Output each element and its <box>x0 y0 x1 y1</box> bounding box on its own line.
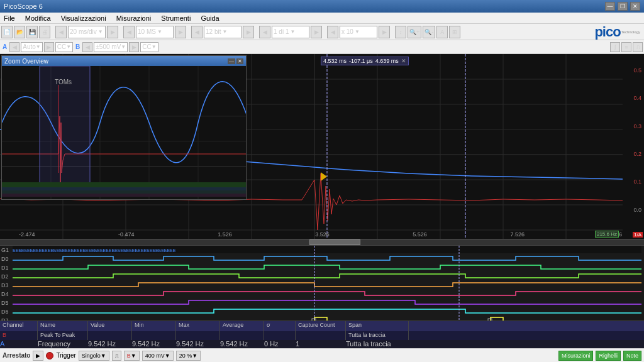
righelli-button[interactable]: Righelli <box>596 351 621 361</box>
misurazioni-button[interactable]: Misurazioni <box>558 351 594 361</box>
ch-a-next[interactable]: ▶ <box>44 42 54 52</box>
close-button[interactable]: ✕ <box>630 2 640 11</box>
menu-visualizzazioni[interactable]: Visualizzazioni <box>60 14 108 22</box>
menu-file[interactable]: File <box>3 14 16 22</box>
scroll-thumb[interactable] <box>309 239 361 245</box>
menu-guida[interactable]: Guida <box>199 14 220 22</box>
fit-view[interactable]: ⊞ <box>449 26 460 38</box>
volt-04: 0.4 <box>633 95 641 101</box>
cursor2-value: -107.1 μs <box>349 58 373 64</box>
meas-b-span: Tutta la traccia <box>346 331 409 340</box>
voltage-scale: 0.5 0.4 0.3 0.2 0.1 0.0 <box>624 54 643 226</box>
col-name: Name <box>38 321 88 331</box>
zoom-out[interactable]: 🔍- <box>423 26 435 38</box>
next-capture[interactable]: ▶ <box>311 26 322 38</box>
note-button[interactable]: Note <box>623 351 641 361</box>
prev-capture[interactable]: ◀ <box>259 26 270 38</box>
new-button[interactable]: 📄 <box>1 26 13 38</box>
zoom-percent[interactable]: 20 % ▼ <box>176 351 201 361</box>
ch-b-range[interactable]: ±500 mV ▼ <box>94 42 128 52</box>
col-sigma: σ <box>264 321 296 331</box>
next-zoom[interactable]: ▶ <box>379 26 390 38</box>
main-toolbar: 📄 📂 💾 🖨 ◀ 20 ms/div ▼ ▶ ◀ 10 MS ▼ ▶ ◀ 12… <box>0 24 644 40</box>
trigger-channel[interactable]: B ▼ <box>124 351 140 361</box>
main-area: -2.474 -0.474 1.526 3.526 5.526 7.526 9.… <box>0 54 644 362</box>
prev-timebase[interactable]: ◀ <box>55 26 67 38</box>
meas-a-max: 9.542 Hz <box>176 340 220 348</box>
zoom-waveform <box>2 66 246 199</box>
capture-dropdown[interactable]: 1 di 1 ▼ <box>272 26 309 38</box>
ch-b-coupling[interactable]: CC ▼ <box>140 42 158 52</box>
col-average: Average <box>220 321 264 331</box>
meas-a-name: Frequency <box>38 340 88 348</box>
bits-dropdown[interactable]: 12 bit ▼ <box>204 26 242 38</box>
ch-a-auto[interactable]: Auto ▼ <box>21 42 43 52</box>
auto-scale[interactable]: A <box>436 26 448 38</box>
meas-row-b: B Peak To Peak Tutta la traccia <box>0 331 644 340</box>
ch-a-prev[interactable]: ◀ <box>9 42 19 52</box>
zoom-minimize[interactable]: — <box>228 58 235 64</box>
menu-misurazioni[interactable]: Misurazioni <box>115 14 153 22</box>
minimize-button[interactable]: — <box>605 2 615 11</box>
meas-row-a: A Frequency 9.542 Hz 9.542 Hz 9.542 Hz 9… <box>0 340 644 348</box>
zoom-mult-dropdown[interactable]: x 10 ▼ <box>340 26 377 38</box>
col-count: Capture Count <box>296 321 346 331</box>
svg-rect-38 <box>312 319 316 321</box>
zoom-in[interactable]: 🔍+ <box>408 26 421 38</box>
svg-rect-39 <box>488 319 492 321</box>
print-button[interactable]: 🖨 <box>39 26 50 38</box>
trigger-level[interactable]: 400 mV ▼ <box>142 351 174 361</box>
math-btn[interactable]: ∫ <box>610 42 620 52</box>
next-timebase[interactable]: ▶ <box>107 26 118 38</box>
toms-label: TOMs <box>55 79 72 85</box>
ch-b-prev[interactable]: ◀ <box>82 42 92 52</box>
open-button[interactable]: 📂 <box>14 26 25 38</box>
prev-bits[interactable]: ◀ <box>191 26 203 38</box>
meas-a-value: 9.542 Hz <box>88 340 132 348</box>
ch-a-coupling[interactable]: CC ▼ <box>55 42 73 52</box>
spectrum-btn[interactable]: ⎍ <box>633 42 643 52</box>
prev-samplerate[interactable]: ◀ <box>123 26 135 38</box>
menu-strumenti[interactable]: Strumenti <box>160 14 192 22</box>
horizontal-scrollbar[interactable] <box>0 239 644 245</box>
cursor-delta: 4.639 ms <box>375 58 399 64</box>
col-span: Span <box>346 321 409 331</box>
prev-zoom[interactable]: ◀ <box>327 26 338 38</box>
time-label-0: -2.474 <box>19 231 35 238</box>
svg-rect-30 <box>2 182 246 187</box>
meas-a-span: Tutta la traccia <box>346 340 409 348</box>
digital-waveforms: БЕБЕБЕБЕБЕБЕБЕБЕБЕБЕБЕБЕБЕБЕБЕБЕБЕБЕБЕБЕ… <box>13 246 644 321</box>
meas-a-min: 9.542 Hz <box>132 340 176 348</box>
col-value: Value <box>88 321 132 331</box>
trigger-mode-dropdown[interactable]: Singolo ▼ <box>79 351 109 361</box>
next-samplerate[interactable]: ▶ <box>175 26 186 38</box>
ch-b-next[interactable]: ▶ <box>129 42 139 52</box>
zoom-overview-panel: Zoom Overview — ✕ <box>1 55 247 200</box>
zoom-overview-title: Zoom Overview — ✕ <box>2 56 246 66</box>
timebase-dropdown[interactable]: 20 ms/div ▼ <box>68 26 106 38</box>
col-min: Min <box>132 321 176 331</box>
dig-ch-d3: D3 <box>1 282 9 288</box>
samplerate-dropdown[interactable]: 10 MS ▼ <box>136 26 174 38</box>
time-label-2: 1.526 <box>218 231 232 238</box>
channel-indicator: 1/A <box>633 232 643 238</box>
stop-indicator[interactable] <box>46 352 53 359</box>
trigger-waveform[interactable]: ⎍ <box>112 351 121 361</box>
menu-modifica[interactable]: Modifica <box>24 14 52 22</box>
ch-b-label: B <box>74 43 81 50</box>
meas-b-count <box>296 331 346 340</box>
cursor-tool[interactable]: ↕ <box>395 26 406 38</box>
zoom-close[interactable]: ✕ <box>236 58 243 64</box>
meas-b-min <box>132 331 176 340</box>
save-button[interactable]: 💾 <box>26 26 38 38</box>
maximize-button[interactable]: ❐ <box>618 2 628 11</box>
play-button[interactable]: ▶ <box>33 351 43 361</box>
svg-rect-33 <box>2 194 246 197</box>
time-label-1: -0.474 <box>118 231 135 238</box>
digital-channels-area: G1 D0 D1 D2 D3 D4 D5 D6 D7 БЕБЕБЕБЕБЕБЕБ… <box>0 245 644 321</box>
meas-b-value <box>88 331 132 340</box>
ref-btn[interactable]: ≡ <box>621 42 631 52</box>
cursor-panel: 4.532 ms -107.1 μs 4.639 ms ✕ <box>321 57 409 65</box>
next-bits[interactable]: ▶ <box>243 26 254 38</box>
cursor-close[interactable]: ✕ <box>401 58 406 64</box>
